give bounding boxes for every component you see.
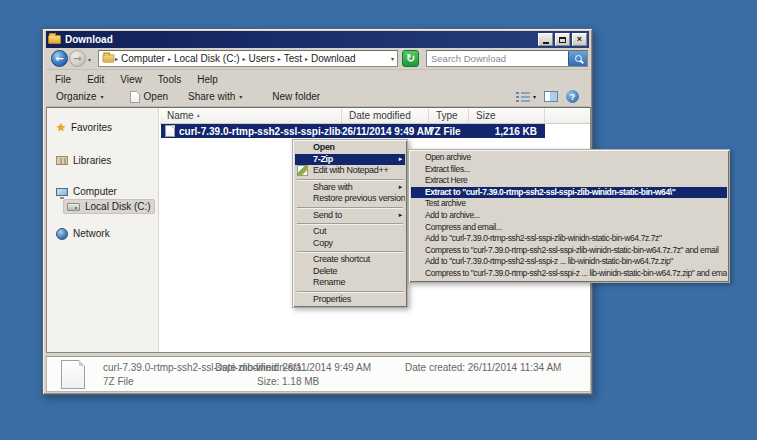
file-icon	[165, 125, 175, 137]
menu-help[interactable]: Help	[197, 74, 218, 85]
sidebar-item-label: Computer	[73, 186, 117, 197]
sidebar-item-network[interactable]: Network	[53, 226, 113, 241]
notepad-plus-plus-icon	[297, 165, 308, 176]
context-menu-item-open[interactable]: Open	[295, 142, 405, 154]
chevron-down-icon: ▾	[101, 93, 104, 100]
menu-view[interactable]: View	[120, 74, 142, 85]
close-button[interactable]: ×	[572, 33, 587, 46]
file-date-cell: 26/11/2014 9:49 AM	[342, 126, 429, 137]
search-button[interactable]	[568, 51, 587, 66]
minimize-button[interactable]	[538, 33, 553, 46]
chevron-down-icon: ▾	[239, 93, 242, 100]
breadcrumb-test[interactable]: Test	[284, 53, 302, 64]
share-with-button[interactable]: Share with ▾	[182, 89, 248, 104]
context-menu-item-cut[interactable]: Cut	[295, 226, 405, 238]
details-pane: curl-7.39.0-rtmp-ssh2-ssl-sspi-zlib-wini…	[46, 356, 591, 392]
network-icon	[56, 228, 68, 240]
details-size: Size: 1.18 MB	[257, 376, 319, 387]
preview-pane-button[interactable]	[544, 91, 558, 102]
context-menu-item-restore-previous-versions[interactable]: Restore previous versions	[295, 193, 405, 205]
desktop: Download × ← → ▾ ▸ Computer ▸ Local Disk…	[0, 0, 757, 440]
context-menu-item-send-to[interactable]: Send to▸	[295, 210, 405, 222]
sidebar-item-label: Favorites	[71, 122, 112, 133]
organize-button[interactable]: Organize ▾	[50, 89, 110, 104]
details-file-type: 7Z File	[103, 376, 134, 387]
submenu-item-compress-and-email[interactable]: Compress and email...	[411, 222, 727, 234]
file-name-cell: curl-7.39.0-rtmp-ssh2-ssl-sspi-zlib-wini…	[161, 125, 342, 137]
file-row-selected[interactable]: curl-7.39.0-rtmp-ssh2-ssl-sspi-zlib-wini…	[161, 124, 545, 138]
back-arrow-icon: ←	[55, 53, 63, 64]
submenu-item-compress-to-zip-and-email[interactable]: Compress to "curl-7.39.0-rtmp-ssh2-ssl-s…	[411, 268, 727, 280]
menu-tools[interactable]: Tools	[158, 74, 181, 85]
titlebar[interactable]: Download ×	[46, 31, 589, 48]
context-menu-item-rename[interactable]: Rename	[295, 277, 405, 289]
change-view-button[interactable]: ▾	[516, 92, 536, 102]
context-menu-item-copy[interactable]: Copy	[295, 238, 405, 250]
forward-arrow-icon: →	[73, 53, 81, 64]
submenu-item-add-to-7z[interactable]: Add to "curl-7.39.0-rtmp-ssh2-ssl-sspi-z…	[411, 233, 727, 245]
column-header-name[interactable]: Name▴	[160, 108, 342, 124]
crumb-separator-icon: ▸	[243, 55, 246, 62]
column-header-type[interactable]: Type	[429, 108, 469, 124]
address-history-dropdown[interactable]: ▾	[391, 55, 394, 62]
share-with-label: Share with	[188, 91, 235, 102]
breadcrumb-download[interactable]: Download	[311, 53, 355, 64]
sidebar-item-label: Local Disk (C:)	[85, 201, 151, 212]
submenu-item-add-to-archive[interactable]: Add to archive...	[411, 210, 727, 222]
recent-pages-dropdown[interactable]: ▾	[88, 56, 91, 63]
column-header-date-modified[interactable]: Date modified	[342, 108, 429, 124]
help-button[interactable]: ?	[566, 90, 579, 103]
crumb-separator-icon: ▸	[278, 55, 281, 62]
new-folder-button[interactable]: New folder	[266, 89, 326, 104]
open-button[interactable]: Open	[124, 89, 174, 105]
sidebar-item-libraries[interactable]: Libraries	[53, 153, 114, 168]
sidebar-item-local-disk[interactable]: Local Disk (C:)	[63, 199, 155, 214]
submenu-item-open-archive[interactable]: Open archive	[411, 152, 727, 164]
file-type-cell: 7Z File	[429, 126, 469, 137]
refresh-button[interactable]: ↻	[402, 50, 419, 67]
sidebar-item-favorites[interactable]: ★ Favorites	[53, 120, 115, 135]
submenu-item-extract-files[interactable]: Extract files...	[411, 164, 727, 176]
address-row: ← → ▾ ▸ Computer ▸ Local Disk (C:) ▸ Use…	[46, 48, 589, 70]
forward-button[interactable]: →	[69, 50, 86, 67]
file-size-cell: 1,216 KB	[469, 126, 541, 137]
new-folder-label: New folder	[272, 91, 320, 102]
menu-item-label: Edit with Notepad++	[313, 165, 388, 175]
submenu-item-add-to-zip[interactable]: Add to "curl-7.39.0-rtmp-ssh2-ssl-sspi-z…	[411, 256, 727, 268]
details-date-created: Date created: 26/11/2014 11:34 AM	[405, 362, 561, 373]
back-button[interactable]: ←	[51, 50, 68, 67]
breadcrumb-users[interactable]: Users	[249, 53, 275, 64]
submenu-arrow-icon: ▸	[399, 210, 402, 222]
submenu-item-extract-here[interactable]: Extract Here	[411, 175, 727, 187]
context-menu-item-properties[interactable]: Properties	[295, 294, 405, 306]
sort-asc-icon: ▴	[197, 111, 200, 118]
breadcrumb-computer[interactable]: Computer	[121, 53, 165, 64]
column-header-filler	[545, 108, 590, 124]
search-input[interactable]	[427, 51, 568, 66]
context-menu-item-share-with[interactable]: Share with▸	[295, 182, 405, 194]
details-date-modified: Date modified: 26/11/2014 9:49 AM	[215, 362, 371, 373]
context-menu-item-create-shortcut[interactable]: Create shortcut	[295, 254, 405, 266]
file-icon-large	[61, 360, 85, 389]
context-menu-item-edit-with-notepadpp[interactable]: Edit with Notepad++	[295, 165, 405, 177]
maximize-button[interactable]	[555, 33, 570, 46]
submenu-item-test-archive[interactable]: Test archive	[411, 198, 727, 210]
document-icon	[130, 91, 140, 103]
sidebar-item-computer[interactable]: Computer	[53, 184, 120, 199]
context-menu-item-delete[interactable]: Delete	[295, 266, 405, 278]
column-header-size[interactable]: Size	[469, 108, 545, 124]
column-label: Date modified	[349, 110, 411, 121]
organize-label: Organize	[56, 91, 97, 102]
crumb-separator-icon: ▸	[305, 55, 308, 62]
libraries-icon	[56, 156, 68, 165]
menu-file[interactable]: File	[55, 74, 71, 85]
submenu-item-extract-to[interactable]: Extract to "curl-7.39.0-rtmp-ssh2-ssl-ss…	[411, 187, 727, 199]
submenu-item-compress-to-7z-and-email[interactable]: Compress to "curl-7.39.0-rtmp-ssh2-ssl-s…	[411, 245, 727, 257]
menu-item-label: 7-Zip	[313, 154, 333, 164]
breadcrumb-local-disk[interactable]: Local Disk (C:)	[174, 53, 240, 64]
crumb-separator-icon: ▸	[115, 55, 118, 62]
menu-edit[interactable]: Edit	[87, 74, 104, 85]
context-menu-item-7zip[interactable]: 7-Zip▸	[295, 154, 405, 166]
open-label: Open	[144, 91, 168, 102]
address-bar[interactable]: ▸ Computer ▸ Local Disk (C:) ▸ Users ▸ T…	[98, 50, 398, 67]
